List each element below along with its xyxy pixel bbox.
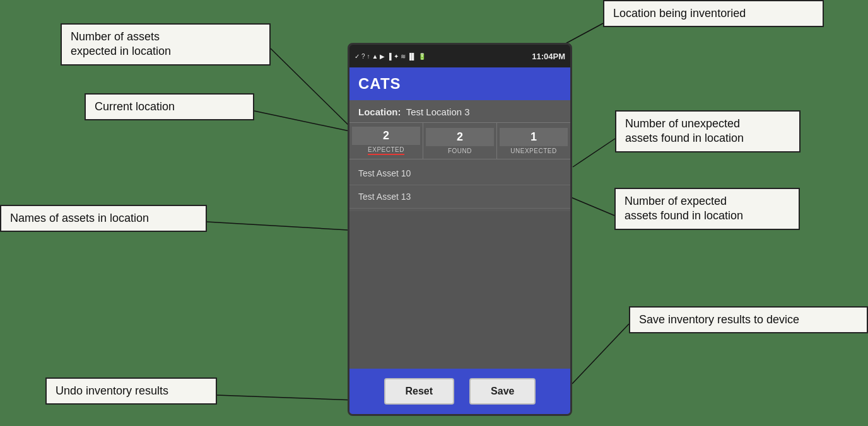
annotation-num-unexpected: Number of unexpected assets found in loc… (615, 110, 801, 153)
reset-button[interactable]: Reset (384, 378, 455, 405)
stat-unexpected-number: 1 (500, 128, 568, 146)
annotation-undo-inventory: Undo inventory results (45, 377, 217, 405)
annotation-location-being-inventoried: Location being inventoried (603, 0, 824, 27)
asset-item-1: Test Asset 10 (349, 162, 570, 185)
annotation-names-of-assets: Names of assets in location (0, 205, 207, 232)
annotation-num-expected-found: Number of expected assets found in locat… (614, 188, 800, 230)
stat-expected: 2 EXPECTED (349, 123, 423, 159)
stats-row: 2 EXPECTED 2 FOUND 1 UNEXPECTED (349, 122, 570, 159)
phone-frame: ✓ ? ↑ ▲ ▶ ▐ ✦ ≋ ▐▌ 🔋 11:04PM CATS Locati… (348, 43, 572, 416)
bottom-bar: Reset Save (349, 369, 570, 414)
svg-line-5 (573, 139, 615, 167)
stat-found: 2 FOUND (423, 123, 497, 159)
location-value: Test Location 3 (406, 106, 470, 117)
app-header: CATS (349, 67, 570, 100)
status-time: 11:04PM (532, 52, 565, 61)
asset-item-2: Test Asset 13 (349, 185, 570, 209)
app-title: CATS (358, 75, 401, 93)
asset-list: Test Asset 10 Test Asset 13 (349, 159, 570, 211)
app-body: Location: Test Location 3 2 EXPECTED 2 F… (349, 100, 570, 211)
stat-found-number: 2 (426, 128, 494, 146)
annotation-current-location: Current location (85, 93, 254, 120)
svg-line-7 (572, 324, 629, 384)
status-bar: ✓ ? ↑ ▲ ▶ ▐ ✦ ≋ ▐▌ 🔋 11:04PM (349, 45, 570, 67)
stat-unexpected-label: UNEXPECTED (510, 147, 556, 154)
stat-unexpected: 1 UNEXPECTED (497, 123, 570, 159)
stat-found-label: FOUND (448, 147, 472, 154)
stat-expected-number: 2 (352, 127, 420, 145)
svg-line-2 (207, 222, 348, 230)
annotation-num-assets-expected: Number of assets expected in location (61, 23, 271, 66)
save-button[interactable]: Save (469, 378, 536, 405)
annotation-save-inventory: Save inventory results to device (629, 306, 868, 333)
status-icons: ✓ ? ↑ ▲ ▶ ▐ ✦ ≋ ▐▌ 🔋 (355, 53, 426, 60)
location-label: Location: (358, 106, 401, 117)
location-bar: Location: Test Location 3 (349, 100, 570, 122)
stat-expected-label: EXPECTED (368, 146, 404, 155)
svg-line-3 (217, 395, 355, 400)
